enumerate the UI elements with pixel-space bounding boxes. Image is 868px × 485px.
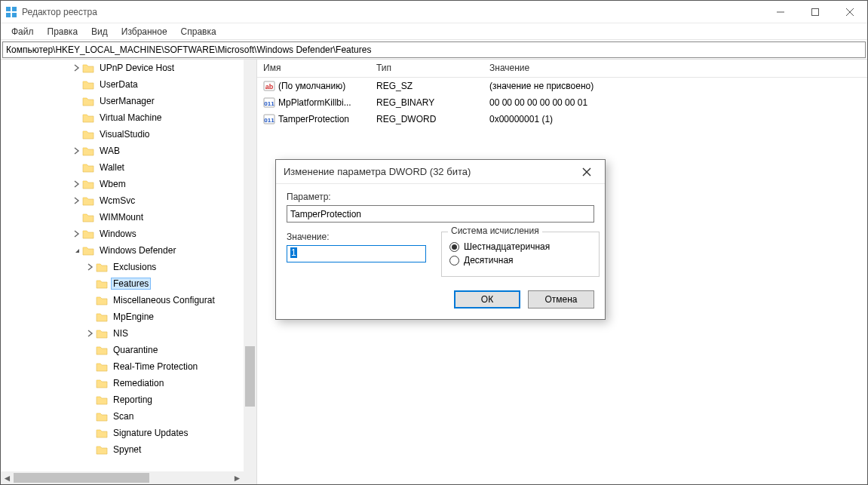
chevron-right-icon[interactable] <box>85 262 96 272</box>
tree-list[interactable]: UPnP Device HostUserDataUserManagerVirtu… <box>1 60 256 484</box>
tree-item[interactable]: Spynet <box>4 441 256 458</box>
value-row[interactable]: 011TamperProtectionREG_DWORD0x00000001 (… <box>257 111 867 127</box>
tree-item[interactable]: MpEngine <box>4 308 256 325</box>
tree-item[interactable]: Virtual Machine <box>4 109 256 126</box>
menu-edit[interactable]: Правка <box>41 25 84 38</box>
value-name: MpPlatformKillbi... <box>278 97 351 108</box>
minimize-button[interactable] <box>763 1 798 23</box>
cancel-button[interactable]: Отмена <box>528 290 594 308</box>
tree-item-label: Real-Time Protection <box>111 361 200 372</box>
chevron-right-icon[interactable] <box>72 63 82 73</box>
chevron-right-icon[interactable] <box>72 179 82 189</box>
radio-dot-icon <box>449 242 459 252</box>
chevron-right-icon[interactable] <box>85 328 96 339</box>
tree-item-label: WIMMount <box>97 212 146 223</box>
chevron-down-icon[interactable] <box>72 245 82 256</box>
col-type[interactable]: Тип <box>370 60 483 77</box>
values-header[interactable]: Имя Тип Значение <box>257 60 867 78</box>
col-name[interactable]: Имя <box>257 60 370 77</box>
tree-item[interactable]: Quarantine <box>4 342 256 358</box>
tree-item[interactable]: WcmSvc <box>4 192 256 209</box>
radio-dec-label: Десятичная <box>464 255 514 266</box>
chevron-right-icon[interactable] <box>72 146 82 156</box>
tree-item[interactable]: UserData <box>4 76 256 93</box>
chevron-right-icon[interactable] <box>72 195 82 206</box>
chevron-right-icon[interactable] <box>72 229 82 239</box>
folder-icon <box>82 179 94 189</box>
svg-rect-1 <box>12 7 17 11</box>
svg-text:ab: ab <box>265 83 274 91</box>
tree-item[interactable]: Remediation <box>4 375 256 391</box>
dialog-title: Изменение параметра DWORD (32 бита) <box>284 166 576 177</box>
tree-item[interactable]: Scan <box>4 408 256 425</box>
tree-item[interactable]: Miscellaneous Configurat <box>4 292 256 308</box>
radio-hex[interactable]: Шестнадцатеричная <box>449 241 591 252</box>
dialog-body: Параметр: Значение: 1 Система исчисления… <box>276 184 605 319</box>
tree-item[interactable]: Wbem <box>4 176 256 192</box>
folder-icon <box>96 328 108 339</box>
radio-dec[interactable]: Десятичная <box>449 255 591 266</box>
param-name-field[interactable] <box>287 205 594 223</box>
folder-icon <box>96 312 108 322</box>
tree-item[interactable]: Exclusions <box>4 259 256 275</box>
folder-icon <box>96 262 108 272</box>
menu-help[interactable]: Справка <box>175 25 222 38</box>
folder-icon <box>96 444 108 455</box>
hscroll-left-icon[interactable]: ◄ <box>1 471 14 484</box>
value-row[interactable]: 011MpPlatformKillbi...REG_BINARY00 00 00… <box>257 94 867 111</box>
window-title: Редактор реестра <box>22 7 763 17</box>
values-body[interactable]: ab(По умолчанию)REG_SZ(значение не присв… <box>257 78 867 127</box>
tree-item[interactable]: Windows <box>4 226 256 242</box>
folder-icon <box>82 96 94 106</box>
hscroll-track[interactable] <box>14 471 231 484</box>
hscroll-right-icon[interactable]: ► <box>231 471 244 484</box>
tree-pane: UPnP Device HostUserDataUserManagerVirtu… <box>1 60 257 484</box>
folder-icon <box>82 212 94 223</box>
radio-dot-icon <box>449 256 459 266</box>
tree-item[interactable]: Reporting <box>4 391 256 408</box>
tree-item[interactable]: VisualStudio <box>4 126 256 143</box>
tree-item-label: Remediation <box>111 378 166 388</box>
tree-item[interactable]: Real-Time Protection <box>4 358 256 375</box>
close-button[interactable] <box>833 1 867 23</box>
menu-file[interactable]: Файл <box>5 25 40 38</box>
tree-item-label: UserManager <box>97 96 157 106</box>
tree-item-label: Wbem <box>97 179 128 189</box>
value-row[interactable]: ab(По умолчанию)REG_SZ(значение не присв… <box>257 78 867 94</box>
tree-item-label: WAB <box>97 146 122 156</box>
col-value[interactable]: Значение <box>483 60 867 77</box>
tree-item[interactable]: Features <box>4 275 256 292</box>
menu-view[interactable]: Вид <box>85 25 114 38</box>
menu-favorites[interactable]: Избранное <box>115 25 173 38</box>
address-bar[interactable]: Компьютер\HKEY_LOCAL_MACHINE\SOFTWARE\Mi… <box>2 41 866 58</box>
tree-vscrollbar[interactable] <box>244 60 256 484</box>
dialog-titlebar[interactable]: Изменение параметра DWORD (32 бита) <box>276 160 605 184</box>
tree-item-label: WcmSvc <box>97 195 137 206</box>
hscroll-thumb[interactable] <box>14 473 149 483</box>
param-label: Параметр: <box>287 192 594 202</box>
folder-icon <box>96 428 108 438</box>
tree-item-label: MpEngine <box>111 312 156 322</box>
svg-text:011: 011 <box>264 100 275 107</box>
value-type: REG_SZ <box>370 81 483 91</box>
tree-vscrollbar-thumb[interactable] <box>245 346 255 407</box>
folder-icon <box>96 361 108 372</box>
tree-hscrollbar[interactable]: ◄ ► <box>1 471 244 484</box>
tree-item[interactable]: WIMMount <box>4 209 256 226</box>
folder-icon <box>82 129 94 140</box>
tree-item[interactable]: WAB <box>4 143 256 159</box>
tree-item[interactable]: Signature Updates <box>4 425 256 441</box>
tree-item[interactable]: NIS <box>4 325 256 342</box>
tree-item[interactable]: Windows Defender <box>4 242 256 259</box>
tree-item-label: Features <box>111 278 151 290</box>
value-type: REG_BINARY <box>370 97 483 108</box>
maximize-button[interactable] <box>798 1 833 23</box>
tree-item[interactable]: UPnP Device Host <box>4 60 256 76</box>
ok-button[interactable]: ОК <box>454 290 520 308</box>
dialog-close-button[interactable] <box>576 161 597 183</box>
tree-item[interactable]: UserManager <box>4 93 256 109</box>
value-data-field[interactable]: 1 <box>287 245 426 262</box>
regedit-window: Редактор реестра Файл Правка Вид Избранн… <box>0 0 868 485</box>
value-data: (значение не присвоено) <box>483 81 867 91</box>
tree-item[interactable]: Wallet <box>4 159 256 176</box>
